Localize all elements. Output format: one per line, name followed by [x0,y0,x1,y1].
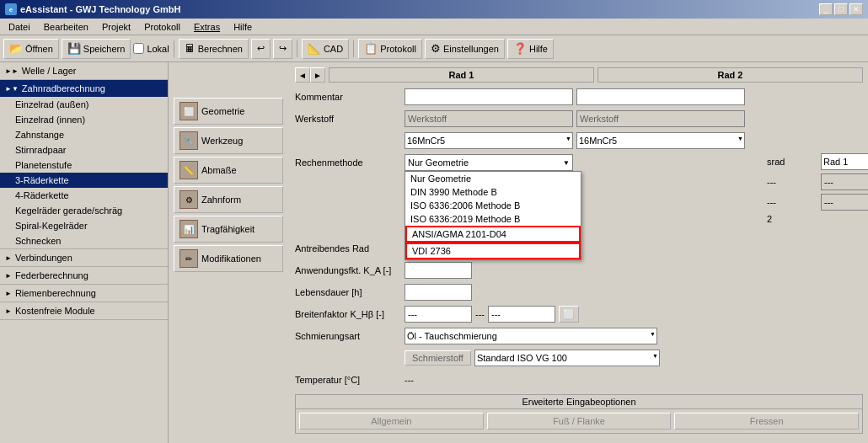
zahnrad-arrow-icon: ▼ [5,85,19,93]
anwendungsfkt-row: Anwendungsfkt. K_A [-] [295,261,863,280]
maximize-btn[interactable]: □ [834,3,848,15]
col2-header: Rad 2 [597,67,863,83]
close-btn[interactable]: ✕ [849,3,863,15]
minimize-btn[interactable]: _ [819,3,833,15]
help-button[interactable]: ❓ Hilfe [507,39,554,59]
lebensdauer-input[interactable] [405,284,472,301]
window-controls: _ □ ✕ [819,3,863,15]
breitenfaktor-input-1[interactable] [405,306,472,323]
drehzahl-label-right: --- [767,197,817,207]
sidebar-item-3raederkette[interactable]: 3-Räderkette [0,173,168,188]
riemen-arrow-icon: ► [5,290,12,297]
fressen-button[interactable]: Fressen [674,413,859,430]
tragfaehigkeit-button[interactable]: 📊 Tragfähigkeit [174,216,283,243]
nav-row: ◄ ► Rad 1 Rad 2 [295,67,863,83]
menu-extras[interactable]: Extras [189,21,225,33]
settings-button[interactable]: ⚙ Einstellungen [425,39,505,59]
sidebar-item-stirnrad[interactable]: Stirnradpaar [0,142,168,157]
fuss-flanke-button[interactable]: Fuß / Flanke [487,413,672,430]
title-bar: e eAssistant - GWJ Technology GmbH _ □ ✕ [0,0,868,19]
material-row: 16MnCr5 16MnCr5 [295,131,863,150]
option-din3990[interactable]: DIN 3990 Methode B [405,185,581,199]
kommentar-input-1[interactable] [405,88,573,105]
schmierungsart-select[interactable]: Öl - Tauchschmierung [405,328,657,344]
sidebar-header-kostenfreie[interactable]: ► Kostenfreie Module [0,302,168,319]
undo-button[interactable]: ↩ [251,39,271,59]
sidebar-item-einzelrad-aussen[interactable]: Einzelrad (außen) [0,97,168,112]
sidebar-header-verbindungen[interactable]: ► Verbindungen [0,249,168,266]
drehzahl-input[interactable] [821,194,868,211]
local-checkbox[interactable] [133,43,144,54]
rechenmethode-row: Rechenmethode Nur Geometrie ▼ Nur Geomet… [295,153,863,172]
werkstoff-input-1[interactable]: Werkstoff [405,110,573,127]
sidebar-header-zahnrad[interactable]: ▼ Zahnradberechnung [0,80,168,97]
temperatur-value: --- [405,375,414,385]
main-content: ► Welle / Lager ▼ Zahnradberechnung Einz… [0,62,868,443]
prev-button[interactable]: ◄ [295,67,310,83]
toolbar: 📂 Öffnen 💾 Speichern Lokal 🖩 Berechnen ↩… [0,35,868,62]
menu-hilfe[interactable]: Hilfe [228,21,257,33]
schmierstoff-select[interactable]: Standard ISO VG 100 [474,350,660,366]
calculate-button[interactable]: 🖩 Berechnen [179,39,249,59]
allgemein-button[interactable]: Allgemein [299,413,484,430]
schmierstoff-row: Schmierstoff Standard ISO VG 100 [295,349,863,367]
zahnform-button[interactable]: ⚙ Zahnform [174,186,283,213]
app-icon: e [5,3,17,15]
undo-icon: ↩ [257,43,265,54]
option-iso6336-2006[interactable]: ISO 6336:2006 Methode B [405,199,581,212]
sidebar-header-feder[interactable]: ► Federberechnung [0,267,168,284]
open-button[interactable]: 📂 Öffnen [3,39,59,59]
material-select-2[interactable]: 16MnCr5 [576,132,745,149]
menu-bar: Datei Bearbeiten Projekt Protokoll Extra… [0,19,868,35]
sidebar-header-welle[interactable]: ► Welle / Lager [0,62,168,79]
menu-bearbeiten[interactable]: Bearbeiten [39,21,94,33]
option-ansi-agma[interactable]: ANSI/AGMA 2101-D04 [405,226,581,243]
sidebar-item-schnecken[interactable]: Schnecken [0,233,168,248]
leistung-input[interactable] [821,173,868,190]
modifikationen-button[interactable]: ✏ Modifikationen [174,245,283,272]
next-button[interactable]: ► [310,67,325,83]
option-nur-geo[interactable]: Nur Geometrie [405,172,581,185]
schmierstoff-button[interactable]: Schmierstoff [405,350,471,366]
sidebar-item-zahnstange[interactable]: Zahnstange [0,127,168,142]
schmierungsart-label: Schmierungsart [295,331,405,341]
sidebar-item-kegelraeder[interactable]: Kegelräder gerade/schräg [0,203,168,218]
geometrie-button[interactable]: ⬜ Geometrie [174,98,283,125]
breitenfaktor-btn[interactable]: ⬜ [559,306,579,323]
sidebar-item-spiral[interactable]: Spiral-Kegelräder [0,218,168,233]
kommentar-input-2[interactable] [576,88,745,105]
local-checkbox-group: Lokal [133,43,169,54]
cad-button[interactable]: 📐 CAD [302,39,349,59]
anwendungsfkt-input[interactable] [405,262,472,279]
protocol-button[interactable]: 📋 Protokoll [358,39,422,59]
sidebar-group-zahnrad: ▼ Zahnradberechnung Einzelrad (außen) Ei… [0,80,168,249]
breitenfaktor-input-2[interactable] [488,306,555,323]
werkstoff-label: Werkstoff [295,114,405,124]
tragfaehigkeit-icon: 📊 [179,220,198,238]
sidebar-item-4raederkette[interactable]: 4-Räderkette [0,188,168,203]
sidebar-item-einzelrad-innen[interactable]: Einzelrad (innen) [0,112,168,127]
menu-protokoll[interactable]: Protokoll [139,21,185,33]
sidebar-item-planetenstufe[interactable]: Planetenstufe [0,157,168,173]
antreibendes-select[interactable]: Rad 1 Rad 2 Rad 3 [821,153,868,170]
zahl-row: 2 [767,214,868,224]
werkzeug-button[interactable]: 🔧 Werkzeug [174,127,283,154]
redo-button[interactable]: ↪ [273,39,292,59]
material-select-wrapper-2: 16MnCr5 [576,132,745,149]
save-button[interactable]: 💾 Speichern [62,39,131,59]
material-select-1[interactable]: 16MnCr5 [405,132,573,149]
help-icon: ❓ [513,42,527,55]
menu-projekt[interactable]: Projekt [97,21,136,33]
bottom-title: Erweiterte Eingabeoptionen [295,394,863,408]
menu-datei[interactable]: Datei [3,21,35,33]
drehzahl-row: --- [767,194,868,211]
option-vdi2736[interactable]: VDI 2736 [405,243,581,259]
werkstoff-input-2[interactable] [576,110,745,127]
protocol-icon: 📋 [364,42,378,55]
abmasse-button[interactable]: 📏 Abmaße [174,157,283,184]
antreibendes-label-right: srad [767,157,817,167]
window-title: eAssistant - GWJ Technology GmbH [20,4,181,14]
option-iso6336-2019[interactable]: ISO 6336:2019 Methode B [405,212,581,226]
sidebar-header-riemen[interactable]: ► Riemenberechnung [0,285,168,302]
rechenmethode-dropdown-trigger[interactable]: Nur Geometrie ▼ [405,154,573,171]
